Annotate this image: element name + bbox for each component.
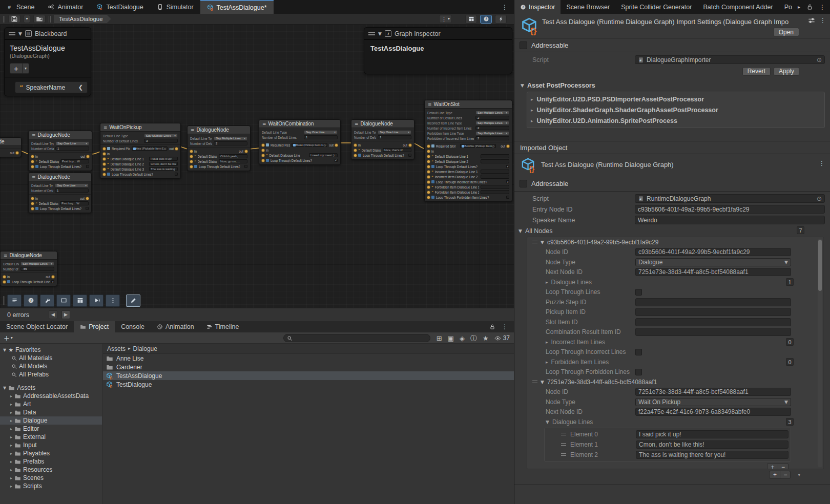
add-property-dropdown[interactable]: ▾ — [23, 63, 29, 74]
drag-handle-icon[interactable] — [532, 241, 537, 243]
foldout-arrow-icon[interactable]: ▸ — [546, 340, 548, 345]
port-icon[interactable] — [427, 176, 430, 178]
property-checkbox[interactable] — [635, 289, 642, 296]
breadcrumb-dialogue[interactable]: Dialogue — [133, 345, 157, 352]
node-field[interactable]: Cmon, don't be like this! — [149, 162, 178, 166]
property-dropdown[interactable]: Wait On Pickup▼ — [635, 398, 791, 406]
canvas-tool-layout-button[interactable] — [73, 295, 87, 307]
revert-button[interactable]: Revert — [742, 67, 771, 76]
graph-inspector-header[interactable]: ▼ i Graph Inspector — [364, 28, 512, 40]
graph-menu-button[interactable]: ⋮▾ — [439, 15, 452, 23]
property-field[interactable] — [635, 298, 791, 306]
node-input[interactable]: 2 — [475, 136, 509, 141]
open-button[interactable]: Open — [773, 28, 799, 36]
object-picker-icon[interactable]: ⊙ — [817, 56, 822, 64]
tree-folder-editor[interactable]: ▸Editor — [0, 425, 102, 433]
property-field[interactable]: 7251e73e-38d3-44ff-a8c5-bcf54088aaf1 — [635, 388, 791, 396]
postprocessor-item[interactable]: ▸UnityEditor.U2D.PSD.PSDImporterAssetPos… — [527, 94, 824, 104]
tree-favorites-header[interactable]: ▼★Favorites — [0, 346, 102, 354]
property-field[interactable] — [635, 328, 791, 336]
element-field[interactable]: I said pick it up! — [636, 430, 789, 438]
output-port-icon[interactable] — [507, 145, 509, 148]
tree-item-all-models[interactable]: All Models — [0, 362, 102, 370]
port-icon[interactable] — [427, 191, 430, 194]
bottom-tab-scene-object-locator[interactable]: Scene Object Locator — [0, 321, 74, 332]
node-field[interactable] — [481, 185, 509, 190]
toolbar-grip[interactable] — [3, 16, 5, 23]
speaker-name-field[interactable]: Weirdo — [635, 216, 825, 224]
node-checkbox[interactable] — [506, 180, 510, 184]
port-icon[interactable] — [262, 154, 264, 157]
graph-inspector-panel[interactable]: ▼ i Graph Inspector TestAssDialogue — [364, 27, 512, 74]
node-field[interactable] — [481, 190, 509, 195]
graph-node-waitonslot-6[interactable]: ≡WaitOnSlotDefault Line TypeSay Multiple… — [424, 100, 512, 202]
foldout-arrow-icon[interactable]: ▸ — [10, 459, 12, 464]
foldout-arrow-icon[interactable]: ▸ — [10, 427, 12, 431]
breadcrumb[interactable]: TestAssDialogue — [54, 15, 111, 23]
node-input[interactable]: 2 — [214, 141, 247, 146]
output-port-icon[interactable] — [52, 276, 54, 278]
drag-handle-icon[interactable] — [9, 32, 15, 35]
kebab-menu-icon[interactable]: ⋮ — [502, 324, 508, 330]
port-icon[interactable] — [427, 196, 430, 199]
canvas-tool-play-button[interactable] — [89, 295, 103, 307]
output-port-icon[interactable] — [335, 144, 338, 146]
tree-folder-resources[interactable]: ▸Resources — [0, 466, 102, 474]
output-port[interactable]: out — [46, 275, 54, 279]
canvas-tool-pen-button[interactable] — [126, 295, 140, 307]
postprocessor-item[interactable]: ▸UnityEditor.ShaderGraph.ShaderGraphAsse… — [527, 104, 824, 115]
port-icon[interactable] — [427, 186, 430, 188]
node-dropdown[interactable]: Say One Line▾ — [378, 130, 411, 135]
chevron-down-icon[interactable]: ▾ — [11, 336, 13, 340]
property-field[interactable]: f22a475e-4c2f-41c6-9b73-6a83498abfe0 — [635, 408, 791, 416]
asset-item-gardener[interactable]: Gardener — [103, 363, 514, 371]
input-port-icon[interactable] — [31, 197, 34, 200]
port-icon[interactable] — [31, 165, 34, 168]
object-picker-icon[interactable]: ⊙ — [492, 144, 494, 148]
save-options-button[interactable]: ▾ — [24, 15, 30, 23]
port-icon[interactable] — [427, 171, 430, 173]
port-icon[interactable] — [31, 207, 34, 210]
node-title[interactable]: ≡DialogueNode — [1, 251, 57, 260]
port-icon[interactable] — [103, 158, 106, 160]
node-field[interactable]: I need my meat :) — [309, 153, 338, 158]
node-title[interactable]: ≡WaitOnCombination — [259, 120, 340, 128]
search-input[interactable] — [295, 335, 427, 341]
input-port-icon[interactable] — [3, 276, 6, 278]
port-icon[interactable] — [427, 155, 430, 158]
tab-overflow-icon[interactable]: ▸ — [798, 5, 800, 10]
drag-handle-icon[interactable] — [561, 433, 566, 435]
canvas-tool-wrench-button[interactable] — [40, 295, 54, 307]
foldout-arrow-icon[interactable]: ▸ — [10, 451, 12, 456]
scroll-down-icon[interactable]: ▾ — [798, 473, 800, 477]
output-port[interactable]: out — [169, 147, 178, 151]
foldout-arrow-icon[interactable]: ▸ — [546, 360, 548, 365]
node-checkbox[interactable] — [506, 165, 510, 169]
output-port[interactable]: out — [329, 143, 338, 147]
node-field[interactable]: Psst boy... W — [60, 201, 89, 206]
port-icon[interactable] — [427, 165, 430, 168]
apply-button[interactable]: Apply — [774, 67, 799, 76]
editor-tab-simulator[interactable]: Simulator — [150, 0, 200, 14]
tree-folder-scenes[interactable]: ▸Scenes — [0, 474, 102, 482]
node-dropdown[interactable]: Say Multiple Lines▾ — [144, 134, 178, 138]
input-port-icon[interactable] — [103, 153, 106, 155]
node-field[interactable] — [481, 159, 509, 164]
port-icon[interactable] — [354, 154, 357, 157]
addressable-checkbox[interactable] — [520, 41, 527, 49]
tree-folder-addressableassetsdata[interactable]: ▸AddressableAssetsData — [0, 392, 102, 400]
port-icon[interactable] — [103, 148, 106, 150]
node-title[interactable]: ≡StartNode — [0, 138, 21, 146]
port-icon[interactable] — [31, 202, 34, 205]
canvas-tool-info-button[interactable]: i — [24, 295, 38, 307]
kebab-menu-icon[interactable]: ⋮ — [819, 160, 825, 166]
breadcrumb-assets[interactable]: Assets — [107, 345, 126, 352]
foldout-arrow-icon[interactable]: ▸ — [10, 402, 12, 407]
node-checkbox[interactable] — [506, 196, 510, 199]
lock-icon[interactable] — [489, 324, 495, 330]
graph-node-waitonpickup-2[interactable]: ≡WaitOnPickupDefault Line TypeSay Multip… — [100, 123, 181, 179]
port-icon[interactable] — [103, 168, 106, 171]
add-property-button[interactable]: + — [10, 63, 23, 74]
node-dropdown[interactable]: Say Multiple Lines▾ — [20, 262, 54, 266]
foldout-arrow-icon[interactable]: ▸ — [531, 97, 533, 102]
